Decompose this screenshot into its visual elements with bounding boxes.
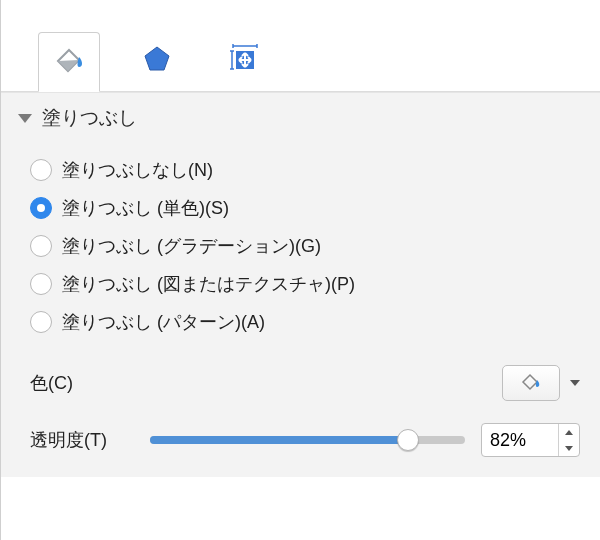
- tab-size[interactable]: [214, 31, 276, 91]
- radio-icon: [30, 235, 52, 257]
- color-row: 色(C): [30, 341, 600, 401]
- size-arrows-icon: [228, 42, 262, 81]
- slider-thumb[interactable]: [397, 429, 419, 451]
- radio-label: 塗りつぶしなし(N): [62, 158, 213, 182]
- svg-marker-0: [145, 47, 169, 70]
- transparency-slider-area: [150, 423, 580, 457]
- chevron-down-icon: [565, 446, 573, 451]
- fill-section-body: 塗りつぶしなし(N) 塗りつぶし (単色)(S) 塗りつぶし (グラデーション)…: [0, 143, 600, 477]
- transparency-row: 透明度(T): [30, 401, 600, 477]
- transparency-spinner: [481, 423, 580, 457]
- fill-option-none[interactable]: 塗りつぶしなし(N): [30, 151, 600, 189]
- section-title: 塗りつぶし: [42, 105, 137, 131]
- radio-icon: [30, 311, 52, 333]
- fill-option-pattern[interactable]: 塗りつぶし (パターン)(A): [30, 303, 600, 341]
- paint-bucket-icon: [52, 43, 86, 82]
- spinner-buttons: [558, 424, 579, 456]
- radio-label: 塗りつぶし (単色)(S): [62, 196, 229, 220]
- tab-shape[interactable]: [126, 31, 188, 91]
- fill-option-picture[interactable]: 塗りつぶし (図またはテクスチャ)(P): [30, 265, 600, 303]
- fill-section-header[interactable]: 塗りつぶし: [0, 93, 600, 143]
- color-label: 色(C): [30, 371, 150, 395]
- slider-fill: [150, 436, 408, 444]
- radio-icon: [30, 273, 52, 295]
- color-picker-button[interactable]: [502, 365, 560, 401]
- spinner-down-button[interactable]: [559, 440, 579, 456]
- radio-selected-icon: [30, 197, 52, 219]
- fill-section: 塗りつぶし 塗りつぶしなし(N) 塗りつぶし (単色)(S) 塗りつぶし (グラ…: [0, 92, 600, 477]
- radio-label: 塗りつぶし (グラデーション)(G): [62, 234, 321, 258]
- dropdown-caret-icon[interactable]: [570, 380, 580, 386]
- format-pane: 塗りつぶし 塗りつぶしなし(N) 塗りつぶし (単色)(S) 塗りつぶし (グラ…: [0, 0, 600, 540]
- paint-bucket-small-icon: [520, 370, 542, 397]
- tab-strip: [0, 0, 600, 92]
- disclosure-triangle-icon: [18, 114, 32, 123]
- radio-inner-dot: [37, 204, 45, 212]
- radio-label: 塗りつぶし (図またはテクスチャ)(P): [62, 272, 355, 296]
- panel-left-border: [0, 0, 1, 540]
- spinner-up-button[interactable]: [559, 424, 579, 440]
- transparency-input[interactable]: [482, 424, 558, 456]
- tab-fill[interactable]: [38, 32, 100, 92]
- chevron-up-icon: [565, 430, 573, 435]
- pentagon-icon: [142, 44, 172, 79]
- radio-label: 塗りつぶし (パターン)(A): [62, 310, 265, 334]
- transparency-slider[interactable]: [150, 436, 465, 444]
- fill-option-solid[interactable]: 塗りつぶし (単色)(S): [30, 189, 600, 227]
- fill-option-gradient[interactable]: 塗りつぶし (グラデーション)(G): [30, 227, 600, 265]
- radio-icon: [30, 159, 52, 181]
- transparency-label: 透明度(T): [30, 428, 150, 452]
